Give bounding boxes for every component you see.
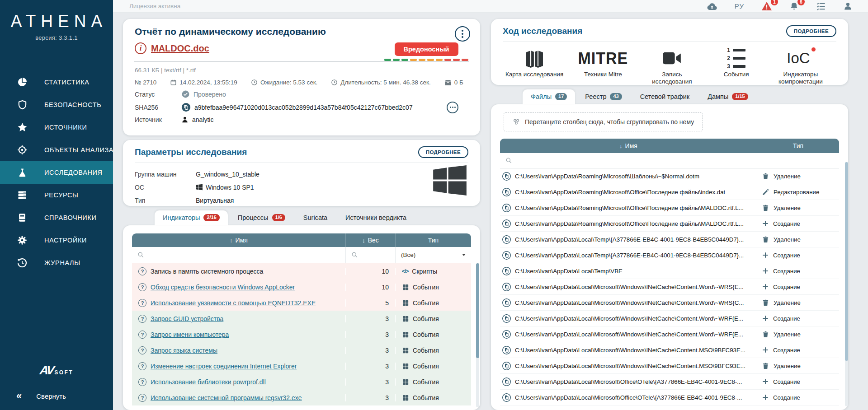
copy-icon[interactable]	[502, 219, 511, 228]
sidebar-item-references[interactable]: СПРАВОЧНИКИ	[0, 206, 113, 229]
column-header-type[interactable]: Тип	[757, 139, 839, 153]
name-filter-input[interactable]	[132, 247, 345, 263]
file-row[interactable]: C:\Users\Ivan\AppData\Local\Temp\{A37786…	[500, 247, 839, 263]
copy-icon[interactable]	[502, 266, 511, 276]
indicator-type-cell: </> События	[395, 315, 471, 322]
name-filter-input[interactable]	[500, 153, 757, 168]
file-row[interactable]: C:\Users\Ivan\AppData\Local\Microsoft\Wi…	[500, 326, 839, 342]
copy-icon[interactable]	[502, 330, 511, 339]
progress-more-button[interactable]: ПОДРОБНЕЕ	[786, 25, 836, 37]
sidebar-item-investigations[interactable]: ИССЛЕДОВАНИЯ	[0, 161, 113, 184]
copy-icon[interactable]	[502, 235, 511, 244]
file-row[interactable]: C:\Users\Ivan\AppData\Local\Microsoft\Of…	[500, 374, 839, 390]
indicator-name-cell[interactable]: ? Запрос имени компьютера	[132, 331, 345, 339]
task-list-button[interactable]	[816, 2, 826, 11]
tab[interactable]: Процессы 1/6	[230, 210, 293, 225]
indicator-name-cell[interactable]: ? Запись в память системного процесса	[132, 267, 345, 275]
column-header-type[interactable]: Тип	[395, 233, 471, 247]
sidebar-item-settings[interactable]: НАСТРОЙКИ	[0, 229, 113, 252]
file-row[interactable]: C:\Users\Ivan\AppData\Roaming\Microsoft\…	[500, 200, 839, 216]
copy-icon[interactable]	[502, 314, 511, 323]
report-menu-button[interactable]	[455, 26, 470, 42]
indicator-name-cell[interactable]: ? Изменение настроек соединения Internet…	[132, 362, 345, 370]
file-row[interactable]: C:\Users\Ivan\AppData\Local\Temp\VBE Соз…	[500, 263, 839, 279]
tab[interactable]: Источники вердикта	[337, 210, 415, 225]
tab[interactable]: Дампы 1/15	[699, 89, 756, 104]
copy-icon[interactable]	[502, 298, 511, 308]
sha-more-button[interactable]	[447, 102, 458, 113]
sidebar-item-statistics[interactable]: СТАТИСТИКА	[0, 71, 113, 93]
copy-icon[interactable]	[502, 187, 511, 197]
tab[interactable]: Реестр 43	[577, 89, 630, 104]
indicator-name-cell[interactable]: ? Использование библиотеки powrprof.dll	[132, 378, 345, 386]
tab[interactable]: Файлы 17	[523, 89, 575, 104]
shortcut-events[interactable]: 123 События	[716, 47, 757, 78]
column-header-weight[interactable]: ↓Вес	[345, 233, 395, 247]
indicator-name-cell[interactable]: ? Использование уязвимости с помощью EQN…	[132, 299, 345, 307]
notifications-button[interactable]: 6	[789, 1, 799, 11]
indicator-name-cell[interactable]: ? Запрос языка системы	[132, 346, 345, 354]
file-row[interactable]: C:\Users\Ivan\AppData\Local\Temp\{A37786…	[500, 232, 839, 247]
right-column: Ход исследования ПОДРОБНЕЕ Карта исследо…	[491, 19, 848, 410]
type-filter-cell[interactable]	[757, 153, 839, 168]
file-row[interactable]: C:\Users\Ivan\AppData\Local\Microsoft\Wi…	[500, 295, 839, 311]
file-row[interactable]: C:\Users\Ivan\AppData\Local\Microsoft\Wi…	[500, 311, 839, 326]
main-content: Отчёт по динамическому исследованию i MA…	[113, 13, 868, 410]
file-path-cell: C:\Users\Ivan\AppData\Local\Microsoft\Of…	[500, 393, 757, 402]
type-filter-dropdown[interactable]: (Все)	[395, 247, 471, 263]
copy-icon[interactable]	[502, 203, 511, 213]
files-scrollbar[interactable]	[845, 162, 848, 406]
shortcut-ioc[interactable]: IoC Индикаторы компрометации	[771, 47, 830, 85]
shortcut-research-recording[interactable]: Запись исследования	[642, 47, 701, 85]
copy-icon[interactable]	[502, 361, 511, 371]
file-action-cell: Удаление	[757, 299, 839, 307]
copy-icon[interactable]	[181, 102, 191, 112]
shortcut-mitre-techniques[interactable]: MITRE Техники Mitre	[578, 47, 628, 78]
collapse-sidebar-button[interactable]: « Свернуть	[0, 390, 113, 410]
group-by-dropzone[interactable]: Перетащите столбец сюда, чтобы сгруппиро…	[504, 112, 703, 131]
tab[interactable]: Сетевой трафик	[632, 89, 698, 104]
sidebar-item-security[interactable]: БЕЗОПАСНОСТЬ	[0, 93, 113, 116]
copy-icon[interactable]	[502, 172, 511, 181]
file-path-cell: C:\Users\Ivan\AppData\Local\Microsoft\Wi…	[500, 314, 757, 323]
indicator-weight-cell: 3	[345, 331, 395, 338]
alerts-button[interactable]: 1	[761, 1, 772, 11]
copy-icon[interactable]	[502, 282, 511, 292]
file-info: 66.31 КБ | text/rtf | *.rtf	[135, 67, 468, 74]
sidebar-item-analysis-objects[interactable]: ОБЪЕКТЫ АНАЛИЗА	[0, 139, 113, 161]
tab[interactable]: Suricata	[295, 210, 335, 225]
search-icon	[351, 252, 358, 258]
column-header-name[interactable]: ↓Имя	[500, 139, 757, 153]
verdict-badge[interactable]: Вредоносный	[395, 42, 458, 56]
file-row[interactable]: C:\Users\Ivan\AppData\Local\Microsoft\Wi…	[500, 279, 839, 295]
user-menu-button[interactable]	[843, 1, 853, 11]
info-icon[interactable]: i	[135, 42, 146, 54]
copy-icon[interactable]	[502, 393, 511, 402]
file-row[interactable]: C:\Users\Ivan\AppData\Local\Microsoft\Of…	[500, 390, 839, 405]
copy-icon[interactable]	[502, 377, 511, 387]
file-row[interactable]: C:\Users\Ivan\AppData\Roaming\Microsoft\…	[500, 216, 839, 232]
indicator-name-cell[interactable]: ? Обход средств безопасности Windows App…	[132, 283, 345, 291]
indicators-scrollbar[interactable]	[476, 263, 479, 407]
indicator-name-cell[interactable]: ? Использование системной программы regs…	[132, 394, 345, 402]
indicator-name-cell[interactable]: ? Запрос GUID устройства	[132, 315, 345, 323]
shortcut-research-map[interactable]: Карта исследования	[505, 47, 563, 78]
sidebar-item-sources[interactable]: ИСТОЧНИКИ	[0, 116, 113, 139]
sidebar-item-journals[interactable]: ЖУРНАЛЫ	[0, 252, 113, 274]
question-icon: ?	[138, 362, 146, 370]
cloud-upload-button[interactable]	[707, 2, 717, 10]
file-row[interactable]: C:\Users\Ivan\AppData\Roaming\Microsoft\…	[500, 168, 839, 184]
column-header-name[interactable]: ↑Имя	[132, 233, 345, 247]
file-row[interactable]: C:\Users\Ivan\AppData\Local\Microsoft\Wi…	[500, 342, 839, 358]
tab[interactable]: Индикаторы 2/16	[155, 210, 228, 225]
events-table-icon	[402, 394, 409, 401]
file-row[interactable]: C:\Users\Ivan\AppData\Local\Microsoft\Wi…	[500, 358, 839, 374]
sidebar-item-resources[interactable]: РЕСУРСЫ	[0, 184, 113, 206]
file-row[interactable]: C:\Users\Ivan\AppData\Roaming\Microsoft\…	[500, 184, 839, 200]
weight-filter-input[interactable]	[345, 247, 395, 263]
params-more-button[interactable]: ПОДРОБНЕЕ	[418, 146, 468, 158]
copy-icon[interactable]	[502, 345, 511, 355]
language-switcher[interactable]: РУ	[735, 2, 744, 10]
report-file-link[interactable]: MALDOC.doc	[151, 43, 209, 54]
copy-icon[interactable]	[502, 251, 511, 260]
